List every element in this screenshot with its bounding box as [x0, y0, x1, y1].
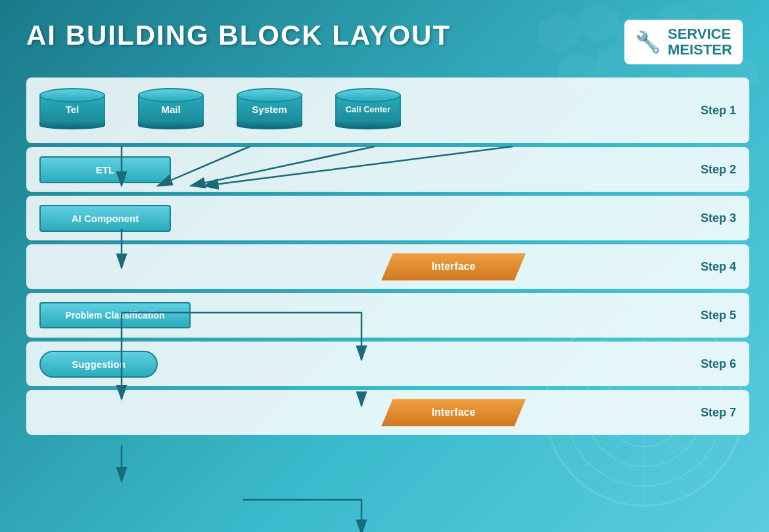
step-row-7: Interface Step 7	[26, 390, 749, 435]
sources-row: Tel Mail System	[39, 88, 736, 133]
content-area: Tel Mail System	[0, 78, 769, 448]
step-label-6: Step 6	[701, 357, 736, 371]
ai-component-box[interactable]: AI Component	[39, 205, 171, 232]
interface-1[interactable]: Interface	[381, 253, 526, 280]
cylinder-bottom-mail	[138, 122, 204, 129]
steps-container: Tel Mail System	[26, 78, 749, 435]
cylinder-bottom-tel	[39, 122, 105, 129]
step-label-7: Step 7	[701, 406, 736, 420]
step-label-5: Step 5	[701, 309, 736, 322]
suggestion-row: Suggestion	[39, 351, 736, 378]
etl-box[interactable]: ETL	[39, 156, 171, 183]
interface1-row: Interface	[39, 253, 736, 280]
source-callcenter[interactable]: Call Center	[335, 88, 401, 129]
step-row-6: Suggestion Step 6	[26, 342, 749, 386]
source-tel[interactable]: Tel	[39, 88, 105, 129]
data-sources: Tel Mail System	[39, 88, 401, 133]
step-row-4: Interface Step 4	[26, 244, 749, 289]
step-label-3: Step 3	[701, 211, 736, 225]
interface-2[interactable]: Interface	[381, 399, 526, 426]
problem-row: Problem Classification	[39, 302, 736, 328]
suggestion-box[interactable]: Suggestion	[39, 351, 158, 378]
step-label-4: Step 4	[701, 260, 736, 274]
diagram-wrapper: Tel Mail System	[26, 78, 749, 435]
cylinder-bottom-callcenter	[335, 122, 401, 129]
svg-marker-0	[539, 13, 578, 53]
main-container: AI BUILDING BLOCK LAYOUT 🔧 SERVICE MEIST…	[0, 0, 769, 532]
step-label-2: Step 2	[701, 163, 736, 177]
source-mail[interactable]: Mail	[138, 88, 204, 129]
source-system[interactable]: System	[237, 88, 302, 129]
step-label-1: Step 1	[701, 104, 736, 118]
cylinder-bottom-system	[237, 122, 302, 129]
step-row-1: Tel Mail System	[26, 78, 749, 143]
step-row-5: Problem Classification Step 5	[26, 293, 749, 338]
ai-row: AI Component	[39, 205, 736, 232]
step-row-3: AI Component Step 3	[26, 196, 749, 240]
svg-marker-3	[657, 3, 697, 43]
problem-classification-box[interactable]: Problem Classification	[39, 302, 191, 328]
page-title: AI BUILDING BLOCK LAYOUT	[26, 20, 451, 51]
svg-marker-1	[578, 3, 618, 43]
interface2-row: Interface	[39, 399, 736, 426]
step-row-2: ETL Step 2	[26, 147, 749, 192]
etl-row: ETL	[39, 156, 736, 183]
